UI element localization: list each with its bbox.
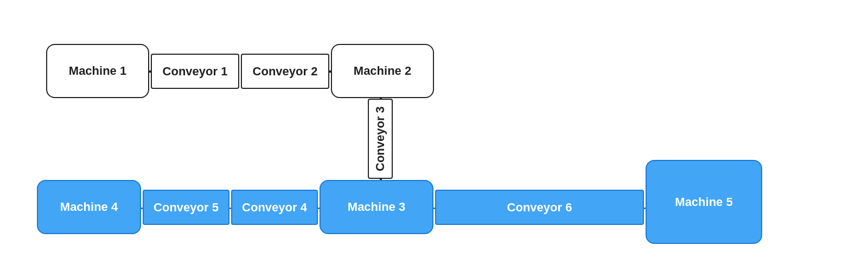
machine-2-label: Machine 2 [354,64,411,78]
conveyor-5: Conveyor 5 [143,190,229,225]
conveyor-4: Conveyor 4 [231,190,318,225]
machine-5: Machine 5 [646,160,762,244]
machine-3-label: Machine 3 [348,200,405,214]
factory-diagram: Machine 1 Conveyor 1 Conveyor 2 Machine … [0,0,868,271]
machine-4-label: Machine 4 [60,200,118,214]
conveyor-1-label: Conveyor 1 [163,64,228,79]
conveyor-2-label: Conveyor 2 [253,64,318,79]
conveyor-3-label: Conveyor 3 [373,106,387,171]
machine-5-label: Machine 5 [675,195,732,209]
conveyor-6-label: Conveyor 6 [507,201,572,215]
conveyor-2: Conveyor 2 [241,54,329,89]
machine-1-label: Machine 1 [69,64,126,78]
machine-1: Machine 1 [46,44,149,98]
machine-3: Machine 3 [320,180,433,234]
conveyor-3: Conveyor 3 [368,99,393,179]
conveyor-1: Conveyor 1 [151,54,239,89]
conveyor-6: Conveyor 6 [435,190,644,225]
machine-4: Machine 4 [37,180,141,234]
conveyor-5-label: Conveyor 5 [154,201,219,215]
machine-2: Machine 2 [331,44,434,98]
conveyor-4-label: Conveyor 4 [242,201,307,215]
